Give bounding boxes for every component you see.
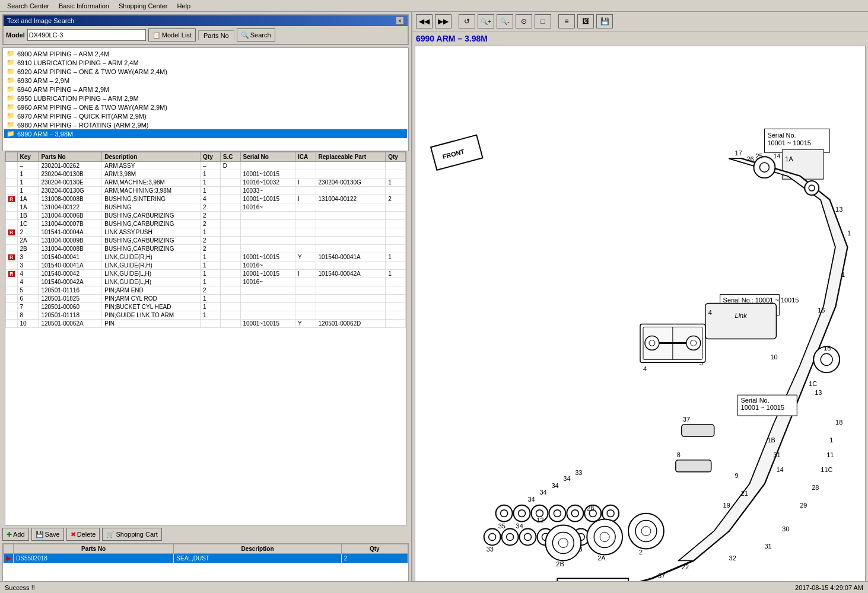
table-row[interactable]: 4101540-00042ALINK,GUIDE(L,H)110016~ xyxy=(6,278,406,286)
table-cell: 1 xyxy=(201,270,221,278)
svg-text:11: 11 xyxy=(826,451,834,458)
tree-item[interactable]: 📁6910 LUBRICATION PIPING – ARM 2,4M xyxy=(4,58,407,67)
svg-point-37 xyxy=(571,510,578,517)
menu-search-center[interactable]: Search Center xyxy=(2,1,54,11)
model-list-btn[interactable]: 📋 Model List xyxy=(148,28,196,42)
table-row[interactable]: R1A131008-00008BBUSHING,SINTERING410001~… xyxy=(6,195,406,203)
table-cell xyxy=(386,187,406,195)
svg-point-45 xyxy=(489,534,496,541)
menu-basic-info[interactable]: Basic Information xyxy=(54,1,114,11)
svg-text:Serial No.: Serial No. xyxy=(741,397,770,404)
parts-col-header: Serial No xyxy=(240,152,295,162)
table-cell xyxy=(316,212,386,220)
table-row[interactable]: 1230204-00130EARM,MACHINE:3,98M110016~10… xyxy=(6,178,406,187)
menu-shopping-center[interactable]: Shopping Center xyxy=(114,1,173,11)
table-cell xyxy=(316,311,386,320)
save-btn[interactable]: 💾 Save xyxy=(31,528,64,541)
r-badge-cell xyxy=(6,245,18,253)
prev-btn[interactable]: ◀◀ xyxy=(416,14,433,28)
zoom-out-btn[interactable]: 🔍- xyxy=(497,14,513,28)
table-cell: 131004-00007B xyxy=(39,220,102,228)
tree-item[interactable]: 📁6940 ARM PIPING – ARM 2,9M xyxy=(4,85,407,94)
svg-text:32: 32 xyxy=(729,554,736,562)
model-input[interactable] xyxy=(27,29,146,41)
tree-item[interactable]: 📁6970 ARM PIPING – QUICK FIT(ARM 2,9M) xyxy=(4,111,407,120)
table-row[interactable]: 6120501-01825PIN;ARM CYL ROD1 xyxy=(6,295,406,303)
svg-text:10001 ~ 10015: 10001 ~ 10015 xyxy=(767,139,811,146)
table-row[interactable]: R2101541-00004ALINK ASSY,PUSH1 xyxy=(6,228,406,237)
parts-col-header: Qty xyxy=(201,152,221,162)
table-row[interactable]: 1230204-00130GARM,MACHINING:3,98M110033~ xyxy=(6,187,406,195)
tree-item[interactable]: 📁6960 ARM PIPING – ONE & TWO WAY(ARM 2,9… xyxy=(4,103,407,111)
svg-point-14 xyxy=(809,185,815,191)
tree-item[interactable]: 📁6900 ARM PIPING – ARM 2,4M xyxy=(4,49,407,58)
table-row[interactable]: 2A131004-00009BBUSHING,CARBURIZING2 xyxy=(6,237,406,245)
parts-no-tab[interactable]: Parts No xyxy=(198,30,234,40)
table-cell: 2 xyxy=(201,203,221,212)
table-cell: LINK ASSY,PUSH xyxy=(102,228,201,237)
tree-item[interactable]: 📁6950 LUBRICATION PIPING – ARM 2,9M xyxy=(4,94,407,103)
folder-icon: 📁 xyxy=(7,103,15,111)
zoom-in-btn[interactable]: 🔍+ xyxy=(478,14,494,28)
table-cell: 1 xyxy=(386,178,406,187)
table-row[interactable]: –230201-00262ARM ASSY–D xyxy=(6,162,406,170)
table-row[interactable]: 1A131004-00122BUSHING210016~ xyxy=(6,203,406,212)
table-cell: 230204-00130E xyxy=(39,178,102,187)
table-cell: 1A xyxy=(17,195,39,203)
table-cell: LINK,GUIDE(L,H) xyxy=(102,278,201,286)
diagram-title: 6990 ARM – 3.98M xyxy=(412,31,868,46)
r-badge-cell xyxy=(6,162,18,170)
tree-item[interactable]: 📁6920 ARM PIPING – ONE & TWO WAY(ARM 2,4… xyxy=(4,67,407,76)
svg-text:1C: 1C xyxy=(809,380,817,387)
table-row[interactable]: 1230204-00130BARM:3,98M110001~10015 xyxy=(6,170,406,178)
table-row[interactable]: 10120501-00062APIN10001~10015Y120501-000… xyxy=(6,320,406,328)
svg-text:19: 19 xyxy=(723,502,730,509)
add-btn[interactable]: ✚ Add xyxy=(2,528,29,541)
table-cell: BUSHING,CARBURIZING xyxy=(102,245,201,253)
shopping-cart-btn[interactable]: 🛒 Shopping Cart xyxy=(102,528,161,541)
svg-text:1: 1 xyxy=(829,436,833,444)
zoom-circle-btn[interactable]: ⊙ xyxy=(516,14,532,28)
r-badge-cell xyxy=(6,286,18,295)
next-btn[interactable]: ▶▶ xyxy=(435,14,452,28)
r-badge-cell: R xyxy=(6,253,18,262)
table-row[interactable]: 1B131004-00006BBUSHING,CARBURIZING2 xyxy=(6,212,406,220)
list-view-btn[interactable]: ≡ xyxy=(558,14,575,28)
zoom-out-icon: 🔍- xyxy=(500,18,509,25)
status-text: Success !! xyxy=(5,584,35,591)
table-cell xyxy=(240,220,295,228)
table-row[interactable]: 8120501-01118PIN;GUIDE LINK TO ARM1 xyxy=(6,311,406,320)
status-datetime: 2017-08-15 4:29:07 AM xyxy=(795,584,863,591)
cart-cell: 2 xyxy=(341,554,408,563)
zoom-rect-btn[interactable]: □ xyxy=(535,14,551,28)
table-cell: PIN xyxy=(102,320,201,328)
cart-row[interactable]: ▶DS5502018SEAL,DUST2 xyxy=(4,554,408,563)
svg-text:8: 8 xyxy=(677,451,681,458)
table-cell: BUSHING,SINTERING xyxy=(102,195,201,203)
export-btn[interactable]: 💾 xyxy=(596,14,613,28)
table-row[interactable]: R4101540-00042LINK,GUIDE(L,H)110001~1001… xyxy=(6,270,406,278)
table-cell: PIN;GUIDE LINK TO ARM xyxy=(102,311,201,320)
table-row[interactable]: 7120501-00060PIN;BUCKET CYL HEAD1 xyxy=(6,303,406,311)
svg-point-47 xyxy=(507,534,514,541)
table-row[interactable]: 5120501-01116PIN;ARM END2 xyxy=(6,286,406,295)
search-button[interactable]: 🔍 Search xyxy=(237,28,275,42)
table-row[interactable]: R3101540-00041LINK,GUIDE(R,H)110001~1001… xyxy=(6,253,406,262)
image-btn[interactable]: 🖼 xyxy=(577,14,594,28)
table-row[interactable]: 1C131004-00007BBUSHING,CARBURIZING2 xyxy=(6,220,406,228)
table-row[interactable]: 3101540-00041ALINK,GUIDE(R,H)110016~ xyxy=(6,262,406,270)
delete-btn[interactable]: ✖ Delete xyxy=(66,528,100,541)
table-row[interactable]: 2B131004-00008BBUSHING,CARBURIZING2 xyxy=(6,245,406,253)
tree-item[interactable]: 📁6980 ARM PIPING – ROTATING (ARM 2,9M) xyxy=(4,120,407,129)
refresh-btn[interactable]: ↺ xyxy=(459,14,475,28)
table-cell: 101540-00042A xyxy=(316,270,386,278)
folder-icon: 📁 xyxy=(7,76,15,84)
folder-icon: 📁 xyxy=(7,50,15,58)
tree-item[interactable]: 📁6930 ARM – 2,9M xyxy=(4,76,407,85)
tree-item[interactable]: 📁6990 ARM – 3,98M xyxy=(4,129,407,138)
svg-text:Serial No.: Serial No. xyxy=(767,132,796,139)
cart-cell: DS5502018 xyxy=(14,554,174,563)
search-window-close-btn[interactable]: × xyxy=(396,17,404,25)
menu-help[interactable]: Help xyxy=(172,1,195,11)
table-cell: PIN;ARM CYL ROD xyxy=(102,295,201,303)
